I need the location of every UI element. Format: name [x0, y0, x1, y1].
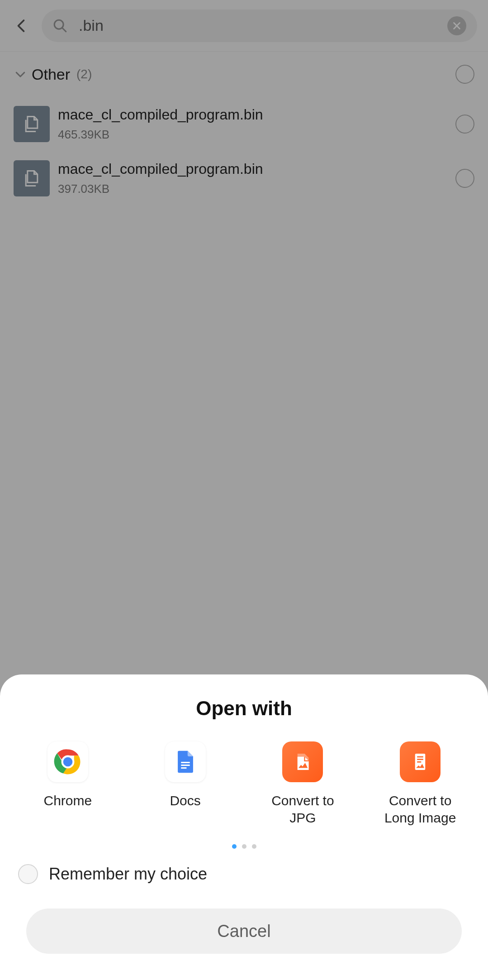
app-label: Docs: [170, 792, 200, 809]
app-label: Chrome: [44, 792, 92, 809]
app-grid: Chrome Docs: [0, 741, 488, 826]
convert-long-image-icon: [400, 741, 441, 782]
app-label: Convert to Long Image: [379, 792, 461, 826]
app-convert-jpg[interactable]: Convert to JPG: [262, 741, 343, 826]
svg-rect-9: [181, 767, 186, 769]
svg-rect-13: [417, 761, 421, 763]
page-dot: [252, 844, 256, 849]
page-indicator: [0, 844, 488, 849]
convert-jpg-icon: [282, 741, 323, 782]
svg-rect-7: [181, 762, 190, 763]
docs-icon: [165, 741, 206, 782]
app-chrome[interactable]: Chrome: [27, 741, 109, 826]
page-dot: [242, 844, 246, 849]
chrome-icon: [47, 741, 88, 782]
cancel-button[interactable]: Cancel: [26, 908, 462, 954]
sheet-title: Open with: [0, 697, 488, 720]
app-label: Convert to JPG: [262, 792, 343, 826]
open-with-sheet: Open with Chrome: [0, 674, 488, 980]
svg-rect-12: [417, 759, 423, 760]
app-docs[interactable]: Docs: [145, 741, 226, 826]
app-convert-long-image[interactable]: Convert to Long Image: [379, 741, 461, 826]
remember-choice-row[interactable]: Remember my choice: [0, 853, 488, 889]
svg-rect-11: [417, 756, 423, 758]
remember-checkbox[interactable]: [18, 864, 38, 884]
page-dot-active: [232, 844, 237, 849]
svg-rect-8: [181, 765, 190, 766]
remember-label: Remember my choice: [49, 865, 207, 884]
